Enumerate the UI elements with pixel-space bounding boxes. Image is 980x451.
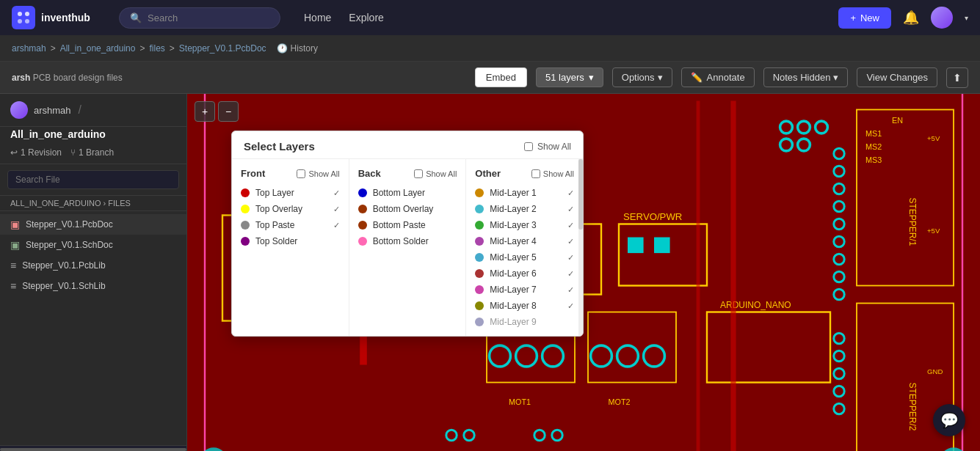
layer-top-paste[interactable]: Top Paste ✓ <box>232 217 349 233</box>
top-layer-dot <box>241 188 250 197</box>
user-dropdown-arrow[interactable]: ▾ <box>965 14 968 22</box>
file-item-3[interactable]: ≡ Stepper_V0.1.SchLib <box>0 276 186 296</box>
back-show-all-checkbox[interactable] <box>414 169 423 178</box>
mid6-check: ✓ <box>567 269 574 279</box>
mid5-check: ✓ <box>567 253 574 263</box>
front-title: Front <box>241 168 265 179</box>
layer-top-layer[interactable]: Top Layer ✓ <box>232 185 349 201</box>
chat-icon: 💬 <box>940 411 959 429</box>
other-col-header: Other Show All <box>466 165 583 185</box>
file-item-0[interactable]: ▣ Stepper_V0.1.PcbDoc <box>0 214 186 235</box>
other-show-all-checkbox[interactable] <box>531 169 540 178</box>
svg-text:MS1: MS1 <box>865 129 882 138</box>
layer-bottom-layer[interactable]: Bottom Layer <box>349 185 466 201</box>
sidebar-revisions[interactable]: ↩ 1 Revision <box>10 147 62 158</box>
upload-button[interactable]: ⬆ <box>946 67 968 88</box>
mid5-name: Mid-Layer 5 <box>490 252 536 263</box>
show-all-global-checkbox[interactable] <box>524 142 533 151</box>
logo[interactable]: inventhub <box>12 6 107 29</box>
options-button[interactable]: Options ▾ <box>612 67 672 87</box>
back-column: Back Show All Bottom Layer <box>349 159 467 336</box>
zoom-out-button[interactable]: − <box>218 101 239 122</box>
mid9-dot <box>475 318 484 326</box>
top-paste-dot <box>241 221 250 230</box>
layer-bottom-overlay[interactable]: Bottom Overlay <box>349 201 466 217</box>
layer-mid-8[interactable]: Mid-Layer 8 ✓ <box>466 298 583 314</box>
mid7-name: Mid-Layer 7 <box>490 285 536 295</box>
view-changes-button[interactable]: View Changes <box>857 67 937 87</box>
zoom-in-button[interactable]: + <box>195 101 215 122</box>
file-icon-pcb-0: ▣ <box>10 219 20 230</box>
embed-button[interactable]: Embed <box>475 67 527 87</box>
breadcrumb-user[interactable]: arshmah <box>12 43 46 54</box>
avatar-image <box>931 7 953 29</box>
mid2-name: Mid-Layer 2 <box>490 204 536 214</box>
logo-text: inventhub <box>41 12 90 23</box>
other-show-all: Show All <box>531 169 574 178</box>
svg-text:+5V: +5V <box>927 227 940 235</box>
breadcrumb-project[interactable]: All_in_one_arduino <box>60 43 136 54</box>
nav-home[interactable]: Home <box>304 12 331 23</box>
layer-mid-7[interactable]: Mid-Layer 7 ✓ <box>466 282 583 298</box>
svg-text:STEPPER/1: STEPPER/1 <box>907 198 918 246</box>
mid8-dot <box>475 301 484 310</box>
breadcrumb-sep2: > <box>139 43 145 54</box>
layer-bottom-solder[interactable]: Bottom Solder <box>349 233 466 249</box>
layer-mid-6[interactable]: Mid-Layer 6 ✓ <box>466 265 583 282</box>
sidebar-scrollbar[interactable] <box>0 445 186 451</box>
new-button[interactable]: + New <box>838 7 891 29</box>
breadcrumb-sep1: > <box>51 43 56 54</box>
layer-mid-5[interactable]: Mid-Layer 5 ✓ <box>466 249 583 265</box>
bottom-paste-dot <box>358 221 367 230</box>
layer-top-overlay[interactable]: Top Overlay ✓ <box>232 201 349 217</box>
nav-explore[interactable]: Explore <box>349 12 383 23</box>
avatar[interactable] <box>931 7 953 29</box>
sidebar-branches[interactable]: ⑂ 1 Branch <box>70 147 114 158</box>
top-paste-name: Top Paste <box>255 220 294 230</box>
annotate-button[interactable]: ✏️ Annotate <box>681 67 755 87</box>
svg-text:STEPPER/2: STEPPER/2 <box>907 383 918 431</box>
search-placeholder: Search <box>148 12 178 23</box>
sidebar-project[interactable]: All_in_one_arduino <box>0 128 186 144</box>
layer-mid-1[interactable]: Mid-Layer 1 ✓ <box>466 185 583 201</box>
layer-bottom-paste[interactable]: Bottom Paste <box>349 217 466 233</box>
sidebar-path: ALL_IN_ONE_ARDUINO › FILES <box>0 196 186 211</box>
layer-mid-9[interactable]: Mid-Layer 9 <box>466 314 583 330</box>
chat-bubble[interactable]: 💬 <box>933 404 965 436</box>
file-item-2[interactable]: ≡ Stepper_V0.1.PcbLib <box>0 255 186 276</box>
other-title: Other <box>475 168 501 179</box>
nav-right: + New 🔔 ▾ <box>838 7 968 29</box>
breadcrumb-section[interactable]: files <box>149 43 164 54</box>
breadcrumb-file[interactable]: Stepper_V0.1.PcbDoc <box>179 43 266 54</box>
mid7-check: ✓ <box>567 285 574 295</box>
top-solder-name: Top Solder <box>255 236 297 246</box>
back-col-header: Back Show All <box>349 165 466 185</box>
mid3-check: ✓ <box>567 221 574 230</box>
history-link[interactable]: 🕐 History <box>277 43 318 54</box>
other-scroll-thumb <box>578 159 583 230</box>
search-bar[interactable]: 🔍 Search <box>119 7 280 29</box>
select-layers-panel: Select Layers Show All Front Show All <box>231 131 584 337</box>
svg-rect-24 <box>654 238 670 254</box>
notifications-icon[interactable]: 🔔 <box>903 10 919 26</box>
layers-button[interactable]: 51 layers ▾ <box>536 67 603 87</box>
svg-text:MOT1: MOT1 <box>509 397 531 406</box>
file-icon-lib-2: ≡ <box>10 260 16 271</box>
layer-mid-4[interactable]: Mid-Layer 4 ✓ <box>466 233 583 249</box>
layer-mid-3[interactable]: Mid-Layer 3 ✓ <box>466 217 583 233</box>
file-name-3: Stepper_V0.1.SchLib <box>22 281 105 291</box>
top-layer-check: ✓ <box>333 188 340 198</box>
other-scrollbar[interactable] <box>578 159 583 336</box>
front-show-all-checkbox[interactable] <box>297 169 305 178</box>
svg-text:MS2: MS2 <box>865 142 882 151</box>
notes-button[interactable]: Notes Hidden ▾ <box>763 67 849 87</box>
file-item-1[interactable]: ▣ Stepper_V0.1.SchDoc <box>0 235 186 255</box>
layer-mid-2[interactable]: Mid-Layer 2 ✓ <box>466 201 583 217</box>
svg-text:MOT2: MOT2 <box>609 397 631 406</box>
branch-icon: ⑂ <box>70 147 76 158</box>
layer-top-solder[interactable]: Top Solder <box>232 233 349 249</box>
history-icon: 🕐 <box>277 43 288 54</box>
search-input[interactable] <box>7 170 179 189</box>
breadcrumb: arshmah > All_in_one_arduino > files > S… <box>0 35 980 62</box>
sidebar-header: arshmah / <box>0 94 186 127</box>
